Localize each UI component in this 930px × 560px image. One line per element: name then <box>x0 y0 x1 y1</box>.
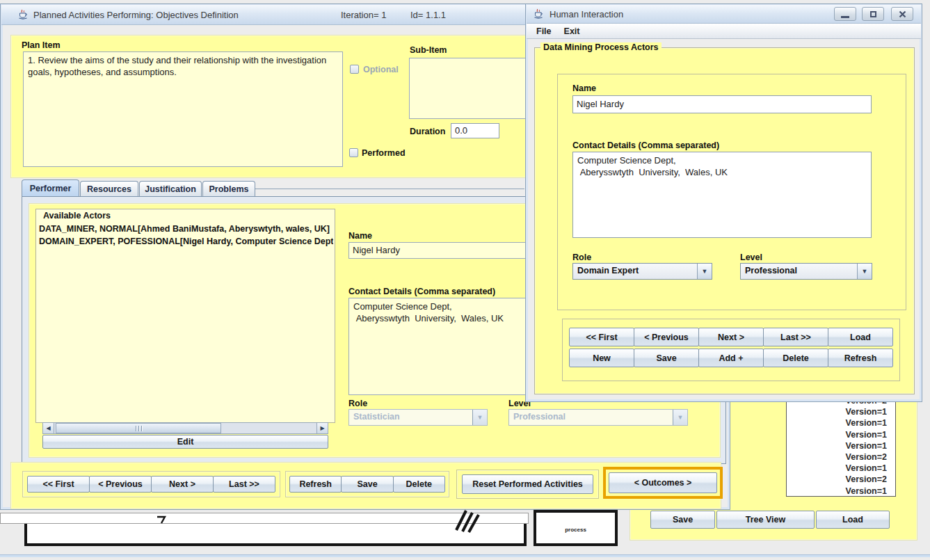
previous-button[interactable]: < Previous <box>634 328 699 346</box>
contact-details-label: Contact Details (Comma separated) <box>572 141 719 150</box>
window-title: Human Interaction <box>550 9 623 19</box>
tab-label: Problems <box>209 184 249 194</box>
edit-button[interactable]: Edit <box>42 435 328 449</box>
previous-button[interactable]: < Previous <box>89 476 152 493</box>
list-item[interactable]: Version=2 <box>787 451 895 463</box>
sub-item-label: Sub-Item <box>410 45 447 55</box>
level-combobox[interactable]: Professional ▼ <box>740 263 872 280</box>
name-field[interactable]: Nigel Hardy <box>572 95 872 113</box>
scroll-right-icon[interactable]: ▶ <box>316 423 328 433</box>
add-button[interactable]: Add + <box>698 349 764 367</box>
first-button[interactable]: << First <box>569 328 634 346</box>
outcomes-button[interactable]: < Outcomes > <box>609 472 717 493</box>
actors-horizontal-scrollbar[interactable]: ◀ ▶ <box>42 422 328 434</box>
duration-label: Duration <box>410 127 445 136</box>
groupbox-title: Data Mining Process Actors <box>540 42 662 52</box>
hi-menubar: File Exit <box>527 24 921 39</box>
id-label: Id= 1.1.1 <box>410 10 446 20</box>
desktop: Version=2 Version=1 Version=1 Version=1 … <box>0 0 930 560</box>
minimize-icon <box>841 16 849 18</box>
tab-performer[interactable]: Performer <box>22 179 79 197</box>
contact-details-label: Contact Details (Comma separated) <box>348 287 495 296</box>
bg-save-button[interactable]: Save <box>650 511 715 529</box>
version-list: Version=2 Version=1 Version=1 Version=1 … <box>786 395 896 497</box>
bg-load-button[interactable]: Load <box>816 511 890 529</box>
tab-top-line <box>255 189 524 189</box>
scroll-left-icon[interactable]: ◀ <box>43 423 54 433</box>
delete-button[interactable]: Delete <box>763 349 828 367</box>
delete-button[interactable]: Delete <box>393 476 445 493</box>
chevron-down-icon[interactable]: ▼ <box>673 410 687 425</box>
list-item[interactable]: Version=1 <box>787 463 895 474</box>
load-button[interactable]: Load <box>828 328 893 346</box>
optional-label: Optional <box>363 65 399 74</box>
optional-checkbox[interactable] <box>350 65 359 74</box>
plan-item-label: Plan Item <box>22 40 61 50</box>
tab-problems[interactable]: Problems <box>202 181 255 197</box>
list-item[interactable]: DOMAIN_EXPERT, POFESSIONAL[Nigel Hardy, … <box>39 236 333 248</box>
window-title: Planned Activities Performing: Objective… <box>33 10 239 20</box>
plan-item-textarea[interactable]: 1. Review the aims of the study and thei… <box>23 51 343 167</box>
process-box: process <box>534 510 618 546</box>
next-button[interactable]: Next > <box>151 476 214 493</box>
last-button[interactable]: Last >> <box>763 328 828 346</box>
java-cup-icon <box>17 9 29 20</box>
scrollbar-track[interactable] <box>54 423 316 433</box>
close-icon <box>899 10 906 18</box>
chevron-down-icon[interactable]: ▼ <box>857 264 872 279</box>
level-combobox[interactable]: Professional ▼ <box>508 409 688 426</box>
role-combobox[interactable]: Domain Expert ▼ <box>572 263 712 280</box>
name-label: Name <box>348 231 372 241</box>
arrow-glyph-icon <box>156 515 167 525</box>
performed-checkbox[interactable] <box>349 148 358 157</box>
human-interaction-window: Human Interaction File Exit Data Mining … <box>525 3 922 402</box>
list-item[interactable]: Version=1 <box>787 417 895 429</box>
next-button[interactable]: Next > <box>698 328 764 346</box>
list-item[interactable]: Version=1 <box>787 406 895 417</box>
flowchart-bar <box>0 513 529 524</box>
minimize-button[interactable] <box>834 7 856 21</box>
iteration-label: Iteration= 1 <box>341 10 386 20</box>
hi-titlebar[interactable]: Human Interaction <box>527 5 921 24</box>
refresh-button[interactable]: Refresh <box>828 349 893 367</box>
process-box-label: process <box>536 527 615 533</box>
tree-view-button[interactable]: Tree View <box>716 511 815 529</box>
close-button[interactable] <box>891 7 913 21</box>
hi-crud-buttons: New Save Add + Delete Refresh <box>569 349 893 367</box>
tab-justification[interactable]: Justification <box>139 181 202 197</box>
menu-exit[interactable]: Exit <box>558 25 586 38</box>
level-label: Level <box>740 253 762 262</box>
tab-resources[interactable]: Resources <box>80 181 138 197</box>
maximize-button[interactable] <box>862 7 884 21</box>
role-label: Role <box>348 399 367 408</box>
menu-file[interactable]: File <box>530 25 558 38</box>
combo-value: Professional <box>509 410 673 425</box>
combo-value: Statistician <box>349 410 472 425</box>
list-item[interactable]: DATA_MINER, NORMAL[Ahmed BaniMustafa, Ab… <box>39 223 333 236</box>
refresh-button[interactable]: Refresh <box>289 476 342 493</box>
list-item[interactable]: Version=2 <box>787 474 895 485</box>
tab-label: Resources <box>87 184 131 194</box>
duration-field[interactable]: 0.0 <box>451 123 499 138</box>
save-button[interactable]: Save <box>634 349 699 367</box>
list-item[interactable]: Version=1 <box>787 486 895 497</box>
chevron-down-icon[interactable]: ▼ <box>472 410 487 425</box>
desktop-bottom-edge <box>0 554 930 557</box>
chevron-down-icon[interactable]: ▼ <box>697 264 712 279</box>
save-button[interactable]: Save <box>341 476 393 493</box>
name-label: Name <box>572 83 596 93</box>
available-actors-group: Available Actors DATA_MINER, NORMAL[Ahme… <box>35 209 335 423</box>
nav-buttons: << First < Previous Next > Last >> <box>27 476 275 493</box>
role-combobox[interactable]: Statistician ▼ <box>348 409 488 426</box>
new-button[interactable]: New <box>569 349 634 367</box>
last-button[interactable]: Last >> <box>213 476 275 493</box>
contact-details-textarea[interactable]: Computer Science Dept, Aberysswtyth Univ… <box>572 152 872 238</box>
list-item[interactable]: Version=1 <box>787 429 895 440</box>
combo-value: Professional <box>741 264 857 279</box>
first-button[interactable]: << First <box>27 476 90 493</box>
role-label: Role <box>572 253 591 262</box>
list-item[interactable]: Version=1 <box>787 440 895 451</box>
hi-nav-buttons: << First < Previous Next > Last >> Load <box>569 328 893 346</box>
scrollbar-thumb[interactable] <box>56 423 221 433</box>
reset-performed-button[interactable]: Reset Performed Activities <box>462 474 593 494</box>
